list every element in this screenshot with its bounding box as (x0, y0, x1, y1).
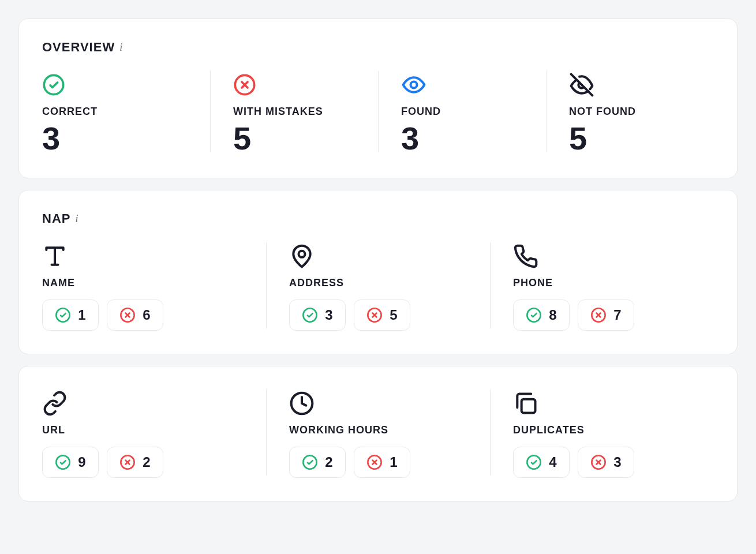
overview-mistakes-cell: WITH MISTAKES 5 (210, 71, 378, 155)
nap-title: NAP i (42, 211, 714, 226)
check-circle-icon (526, 454, 542, 470)
eye-off-icon (569, 71, 691, 99)
extra-card: URL 9 2 WORKING HOURS (18, 366, 738, 501)
overview-card: OVERVIEW i CORRECT 3 WITH MISTAKES 5 (18, 18, 738, 178)
extra-duplicates-label: DUPLICATES (513, 424, 691, 436)
nap-address-label: ADDRESS (289, 277, 467, 289)
nap-phone-err-value: 7 (613, 307, 621, 323)
nap-phone-cell: PHONE 8 7 (490, 242, 714, 331)
nap-phone-err-pill[interactable]: 7 (578, 300, 634, 331)
extra-url-ok-value: 9 (78, 454, 85, 470)
overview-mistakes-value: 5 (233, 122, 355, 155)
nap-address-ok-pill[interactable]: 3 (289, 300, 346, 331)
svg-rect-16 (522, 399, 536, 413)
extra-hours-pills: 2 1 (289, 447, 467, 478)
overview-found-value: 3 (401, 122, 523, 155)
overview-notfound-cell: NOT FOUND 5 (546, 71, 714, 155)
nap-name-label: NAME (42, 277, 243, 289)
nap-phone-ok-value: 8 (549, 307, 556, 323)
overview-correct-label: CORRECT (42, 106, 187, 118)
overview-title: OVERVIEW i (42, 40, 714, 55)
overview-correct-cell: CORRECT 3 (42, 71, 210, 155)
type-icon (42, 242, 243, 270)
nap-phone-label: PHONE (513, 277, 691, 289)
extra-duplicates-ok-value: 4 (549, 454, 556, 470)
extra-hours-cell: WORKING HOURS 2 1 (266, 390, 490, 478)
nap-address-ok-value: 3 (325, 307, 332, 323)
overview-title-text: OVERVIEW (42, 40, 115, 55)
check-circle-icon (55, 307, 71, 323)
check-circle-icon (55, 454, 71, 470)
extra-hours-ok-value: 2 (325, 454, 332, 470)
copy-icon (513, 390, 691, 417)
nap-phone-pills: 8 7 (513, 300, 691, 331)
overview-notfound-label: NOT FOUND (569, 106, 691, 118)
nap-grid: NAME 1 6 ADDRESS (42, 242, 714, 331)
nap-name-err-pill[interactable]: 6 (107, 300, 163, 331)
nap-name-err-value: 6 (143, 307, 150, 323)
nap-address-cell: ADDRESS 3 5 (266, 242, 490, 331)
extra-url-pills: 9 2 (42, 447, 243, 478)
overview-found-cell: FOUND 3 (378, 71, 546, 155)
nap-card: NAP i NAME 1 6 (18, 190, 738, 354)
nap-name-ok-pill[interactable]: 1 (42, 300, 99, 331)
svg-point-2 (411, 82, 417, 88)
extra-duplicates-ok-pill[interactable]: 4 (513, 447, 570, 478)
nap-name-ok-value: 1 (78, 307, 85, 323)
extra-url-err-value: 2 (143, 454, 150, 470)
clock-icon (289, 390, 467, 417)
extra-url-cell: URL 9 2 (42, 390, 266, 478)
nap-address-err-pill[interactable]: 5 (354, 300, 410, 331)
extra-grid: URL 9 2 WORKING HOURS (42, 390, 714, 478)
check-circle-icon (526, 307, 542, 323)
nap-name-cell: NAME 1 6 (42, 242, 266, 331)
x-circle-icon (233, 71, 355, 99)
overview-grid: CORRECT 3 WITH MISTAKES 5 FOUND 3 (42, 71, 714, 155)
extra-duplicates-cell: DUPLICATES 4 3 (490, 390, 714, 478)
x-circle-icon (119, 307, 136, 323)
nap-address-pills: 3 5 (289, 300, 467, 331)
x-circle-icon (590, 454, 607, 470)
overview-found-label: FOUND (401, 106, 523, 118)
page: OVERVIEW i CORRECT 3 WITH MISTAKES 5 (0, 0, 756, 554)
svg-point-6 (299, 251, 305, 257)
nap-name-pills: 1 6 (42, 300, 243, 331)
extra-url-ok-pill[interactable]: 9 (42, 447, 99, 478)
extra-hours-label: WORKING HOURS (289, 424, 467, 436)
overview-mistakes-label: WITH MISTAKES (233, 106, 355, 118)
x-circle-icon (119, 454, 136, 470)
phone-icon (513, 242, 691, 270)
overview-notfound-value: 5 (569, 122, 691, 155)
nap-title-text: NAP (42, 211, 70, 226)
nap-phone-ok-pill[interactable]: 8 (513, 300, 570, 331)
extra-url-err-pill[interactable]: 2 (107, 447, 163, 478)
x-circle-icon (590, 307, 607, 323)
link-icon (42, 390, 243, 417)
check-circle-icon (302, 307, 318, 323)
extra-hours-err-value: 1 (390, 454, 397, 470)
x-circle-icon (366, 307, 383, 323)
eye-icon (401, 71, 523, 99)
extra-hours-err-pill[interactable]: 1 (354, 447, 410, 478)
extra-url-label: URL (42, 424, 243, 436)
extra-hours-ok-pill[interactable]: 2 (289, 447, 346, 478)
map-pin-icon (289, 242, 467, 270)
extra-duplicates-err-pill[interactable]: 3 (578, 447, 634, 478)
info-icon[interactable]: i (119, 42, 123, 54)
check-circle-icon (42, 71, 187, 99)
overview-correct-value: 3 (42, 122, 187, 155)
extra-duplicates-pills: 4 3 (513, 447, 691, 478)
info-icon[interactable]: i (75, 213, 78, 225)
check-circle-icon (302, 454, 318, 470)
nap-address-err-value: 5 (390, 307, 397, 323)
extra-duplicates-err-value: 3 (613, 454, 621, 470)
x-circle-icon (366, 454, 383, 470)
